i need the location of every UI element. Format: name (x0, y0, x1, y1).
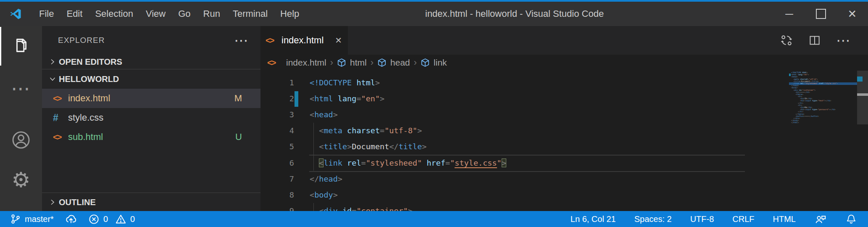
sidebar-file-style.css[interactable]: #style.css (42, 108, 260, 127)
line-number: 8 (260, 190, 294, 199)
menu-bar: FileEditSelectionViewGoRunTerminalHelp (33, 2, 305, 26)
tab-bar: <> index.html ✕ ⋯ (260, 26, 868, 55)
more-views-icon[interactable]: ⋯ (0, 75, 42, 102)
breadcrumb-separator-icon: › (410, 57, 421, 68)
errors-icon (88, 214, 100, 225)
open-editors-section[interactable]: OPEN EDITORS (42, 55, 260, 69)
settings-gear-icon[interactable]: ⚙ (0, 166, 42, 193)
line-number: 2 (260, 94, 294, 103)
tab-label: index.html (281, 35, 324, 46)
window-controls: ─ ✕ (773, 2, 868, 26)
open-editors-label: OPEN EDITORS (59, 57, 122, 67)
symbol-cube-icon (377, 58, 387, 67)
line-number: 5 (260, 142, 294, 151)
html-file-icon: <> (267, 58, 282, 68)
feedback-icon[interactable] (814, 213, 827, 225)
file-name: style.css (68, 112, 103, 123)
code-line-1[interactable]: 1<!DOCTYPE html> (260, 74, 868, 90)
line-number: 7 (260, 174, 294, 183)
explorer-sidebar: EXPLORER ⋯ OPEN EDITORS HELLOWORLD <>ind… (42, 26, 260, 211)
line-number: 3 (260, 110, 294, 119)
encoding-item[interactable]: UTF-8 (690, 214, 714, 224)
cursor-position-item[interactable]: Ln 6, Col 21 (571, 214, 616, 224)
close-button[interactable]: ✕ (836, 2, 868, 26)
chevron-right-icon (46, 58, 59, 66)
breadcrumb-separator-icon: › (326, 57, 337, 68)
git-branch-item[interactable]: master* (10, 214, 54, 224)
code-editor[interactable]: 1<!DOCTYPE html>2<html lang="en">3<head>… (260, 71, 868, 211)
outline-section[interactable]: OUTLINE (42, 193, 260, 211)
split-editor-icon[interactable] (808, 34, 821, 47)
minimap[interactable]: <!DOCTYPE html><html lang="en"><head> <m… (789, 71, 857, 211)
status-bar: master* 0 0 Ln 6, Col 21 Spac (0, 211, 868, 227)
menu-go[interactable]: Go (172, 8, 197, 19)
menu-selection[interactable]: Selection (89, 8, 139, 19)
language-mode-item[interactable]: HTML (773, 214, 796, 224)
sync-changes-item[interactable] (65, 213, 77, 225)
activity-bar: ⋯ ⚙ (0, 26, 42, 211)
notifications-bell-icon[interactable] (845, 213, 857, 225)
code-line-8[interactable]: 8<body> (260, 187, 868, 203)
breadcrumb-item-index.html[interactable]: <>index.html (267, 58, 326, 68)
git-branch-icon (10, 214, 21, 224)
menu-file[interactable]: File (33, 8, 60, 19)
file-name: index.html (68, 93, 110, 104)
warning-count: 0 (130, 214, 135, 224)
explorer-icon[interactable] (0, 32, 42, 59)
branch-label: master* (25, 214, 54, 224)
eol-item[interactable]: CRLF (732, 214, 754, 224)
breadcrumb-item-html[interactable]: html (337, 58, 367, 68)
code-line-6[interactable]: 6 <link rel="stylesheed" href="style.css… (260, 155, 868, 171)
sidebar-title: EXPLORER (58, 36, 105, 45)
symbol-cube-icon (337, 58, 346, 67)
open-changes-icon[interactable] (780, 34, 793, 47)
code-line-9[interactable]: 9 <div id="container"> (260, 203, 868, 211)
chevron-right-icon (46, 198, 59, 206)
vertical-scrollbar[interactable] (857, 71, 868, 211)
code-line-2[interactable]: 2<html lang="en"> (260, 90, 868, 106)
html-file-icon: <> (53, 94, 68, 103)
problems-item[interactable]: 0 0 (88, 214, 135, 225)
css-file-icon: # (53, 112, 68, 124)
breadcrumb-item-link[interactable]: link (421, 58, 447, 68)
sidebar-file-index.html[interactable]: <>index.htmlM (42, 89, 260, 108)
html-file-icon: <> (53, 132, 68, 142)
title-bar: FileEditSelectionViewGoRunTerminalHelp i… (0, 0, 868, 26)
line-number: 4 (260, 126, 294, 135)
error-count: 0 (103, 214, 108, 224)
code-line-3[interactable]: 3<head> (260, 106, 868, 122)
folder-section[interactable]: HELLOWORLD (42, 69, 260, 89)
file-name: sub.html (68, 132, 103, 143)
line-number: 1 (260, 78, 294, 87)
html-file-icon: <> (266, 36, 278, 45)
indentation-item[interactable]: Spaces: 2 (634, 214, 672, 224)
account-icon[interactable] (0, 127, 42, 153)
git-status-badge: M (234, 93, 242, 104)
warnings-icon (115, 214, 126, 225)
chevron-down-icon (46, 75, 59, 83)
code-line-5[interactable]: 5 <title>Document</title> (260, 139, 868, 155)
code-line-7[interactable]: 7</head> (260, 171, 868, 187)
file-list: <>index.htmlM#style.css<>sub.htmlU (42, 89, 260, 147)
minimize-button[interactable]: ─ (773, 2, 805, 26)
menu-terminal[interactable]: Terminal (226, 8, 274, 19)
breadcrumb: <>index.html›html›head›link (260, 55, 868, 71)
menu-view[interactable]: View (139, 8, 172, 19)
editor-actions: ⋯ (780, 34, 868, 47)
tab-close-icon[interactable]: ✕ (335, 35, 342, 45)
menu-run[interactable]: Run (197, 8, 226, 19)
overview-cursor-mark (857, 93, 868, 96)
menu-help[interactable]: Help (274, 8, 305, 19)
folder-label: HELLOWORLD (59, 74, 119, 84)
minimap-modified-mark (789, 74, 791, 76)
tab-index-html[interactable]: <> index.html ✕ (260, 26, 348, 55)
breadcrumb-separator-icon: › (367, 57, 377, 68)
cloud-upload-icon (65, 213, 77, 225)
line-number: 6 (260, 158, 294, 167)
menu-edit[interactable]: Edit (60, 8, 89, 19)
breadcrumb-item-head[interactable]: head (377, 58, 410, 68)
overview-modified-mark (857, 77, 863, 82)
maximize-button[interactable] (805, 2, 836, 26)
code-line-4[interactable]: 4 <meta charset="utf-8"> (260, 123, 868, 139)
sidebar-file-sub.html[interactable]: <>sub.htmlU (42, 127, 260, 147)
